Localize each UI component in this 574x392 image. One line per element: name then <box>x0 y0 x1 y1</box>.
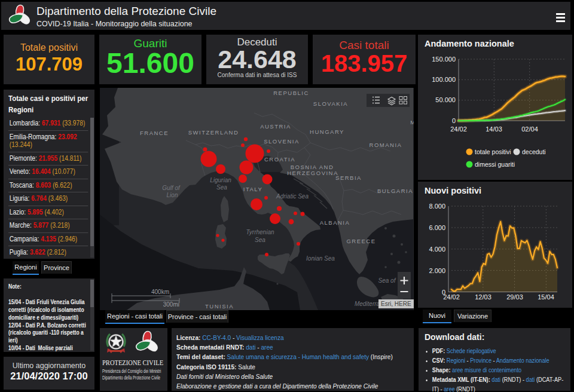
svg-text:Sea of: Sea of <box>378 277 396 284</box>
svg-text:Mediterra: Mediterra <box>355 301 380 307</box>
svg-text:Esri, HERE: Esri, HERE <box>381 301 411 307</box>
svg-text:Sea: Sea <box>255 237 265 243</box>
svg-text:SWITZERLAND: SWITZERLAND <box>188 129 239 136</box>
svg-text:6.000: 6.000 <box>429 224 445 231</box>
svg-text:Adriatic Sea: Adriatic Sea <box>276 193 309 200</box>
svg-text:Sea: Sea <box>216 184 227 191</box>
svg-text:deceduti: deceduti <box>522 148 546 155</box>
svg-text:SLOVAKIA: SLOVAKIA <box>313 100 348 107</box>
svg-text:SERBIA: SERBIA <box>335 174 362 181</box>
svg-text:12/03: 12/03 <box>475 293 491 301</box>
svg-text:GREECE: GREECE <box>346 238 375 244</box>
svg-text:4.000: 4.000 <box>429 246 445 253</box>
svg-text:HERZEGOVINA: HERZEGOVINA <box>287 170 338 176</box>
svg-text:ALBANIA: ALBANIA <box>320 219 350 226</box>
svg-text:14/03: 14/03 <box>486 125 502 133</box>
svg-text:ITALY: ITALY <box>243 186 263 192</box>
svg-text:2.000: 2.000 <box>429 267 445 274</box>
svg-text:100.000: 100.000 <box>432 76 456 83</box>
svg-text:150.000: 150.000 <box>432 56 456 63</box>
svg-text:400km: 400km <box>151 289 169 295</box>
svg-text:0: 0 <box>452 117 456 124</box>
svg-text:02/04: 02/04 <box>521 125 538 133</box>
svg-text:24/02: 24/02 <box>450 125 467 133</box>
svg-text:BULGARIA: BULGARIA <box>377 188 413 194</box>
svg-text:29/03: 29/03 <box>506 293 523 301</box>
svg-text:24/02: 24/02 <box>443 293 460 301</box>
svg-text:FRANCE: FRANCE <box>140 130 169 136</box>
svg-text:300mi: 300mi <box>163 301 179 308</box>
svg-text:Tyrrhenian: Tyrrhenian <box>246 229 274 235</box>
svg-text:totale positivi: totale positivi <box>475 148 511 155</box>
svg-text:Gulf of: Gulf of <box>162 185 181 191</box>
svg-text:AUSTRIA: AUSTRIA <box>260 123 291 130</box>
svg-text:HUNGARY: HUNGARY <box>310 128 344 135</box>
svg-text:Ligurian: Ligurian <box>210 177 231 183</box>
svg-text:Ionian Sea: Ionian Sea <box>306 255 335 262</box>
svg-text:Lion: Lion <box>167 192 178 198</box>
svg-text:8.000: 8.000 <box>429 203 445 210</box>
svg-text:REPUBLIC: REPUBLIC <box>273 90 309 96</box>
svg-text:SLOVENIA: SLOVENIA <box>264 138 300 145</box>
svg-text:dimessi guariti: dimessi guariti <box>475 161 515 168</box>
svg-text:TUNISIA: TUNISIA <box>205 303 234 310</box>
svg-text:50.000: 50.000 <box>435 96 456 103</box>
svg-text:15/04: 15/04 <box>538 293 554 301</box>
svg-text:ROMANIA: ROMANIA <box>370 142 402 148</box>
svg-text:M: M <box>410 119 414 125</box>
svg-text:CROATIA: CROATIA <box>264 156 295 163</box>
